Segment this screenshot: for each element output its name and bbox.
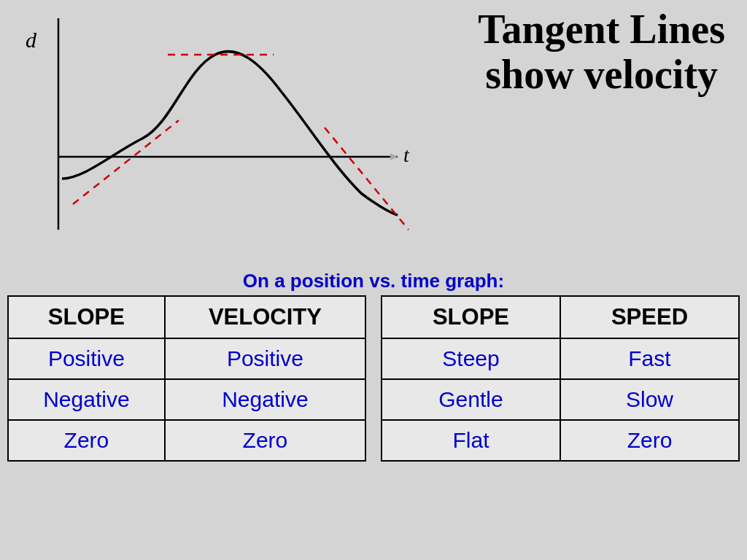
table2-header-slope: SLOPE: [382, 296, 560, 338]
table2-row2-col2: Slow: [560, 379, 739, 420]
tables-container: SLOPE VELOCITY Positive Positive Negativ…: [7, 295, 740, 462]
svg-text:d: d: [26, 28, 37, 52]
table1-row2-col2: Negative: [165, 379, 365, 420]
caption: On a position vs. time graph:: [0, 270, 747, 292]
table1-row1-col2: Positive: [165, 338, 365, 379]
svg-rect-0: [11, 11, 419, 259]
table2-header-speed: SPEED: [560, 296, 739, 338]
slope-velocity-table: SLOPE VELOCITY Positive Positive Negativ…: [7, 295, 366, 462]
slide: Tangent Lines show velocity d t: [0, 0, 747, 560]
table1-header-slope: SLOPE: [8, 296, 165, 338]
table1-row1-col1: Positive: [8, 338, 165, 379]
table1-row3-col2: Zero: [165, 420, 365, 461]
graph-area: d t: [11, 11, 419, 259]
table1-row3-col1: Zero: [8, 420, 165, 461]
table1-header-velocity: VELOCITY: [165, 296, 365, 338]
table2-row1-col1: Steep: [382, 338, 560, 379]
table2-row3-col1: Flat: [382, 420, 560, 461]
table2-row1-col2: Fast: [560, 338, 739, 379]
table2-row2-col1: Gentle: [382, 379, 560, 420]
svg-text:t: t: [403, 144, 410, 166]
table1-row2-col1: Negative: [8, 379, 165, 420]
slope-speed-table: SLOPE SPEED Steep Fast Gentle Slow Flat …: [381, 295, 740, 462]
table2-row3-col2: Zero: [560, 420, 739, 461]
slide-title: Tangent Lines show velocity: [478, 7, 725, 97]
